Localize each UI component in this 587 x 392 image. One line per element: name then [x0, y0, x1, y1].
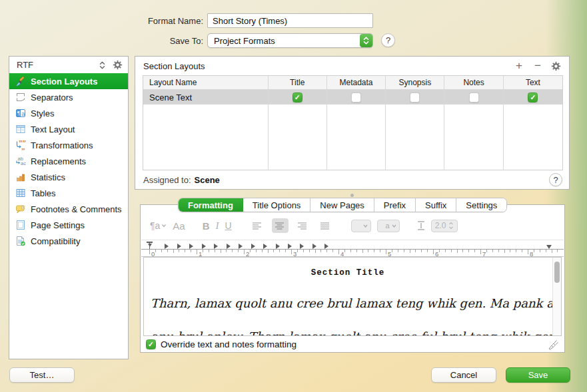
- tab-stop-marker[interactable]: [312, 244, 316, 249]
- ruler-tick: [457, 250, 458, 253]
- tab-settings[interactable]: Settings: [456, 198, 506, 212]
- quotes-transform-icon: ””„: [15, 140, 26, 150]
- sidebar-item-statistics[interactable]: Statistics: [9, 169, 128, 185]
- sidebar-item-separators[interactable]: Separators: [9, 89, 128, 105]
- layout-name-cell: Scene Text: [143, 90, 269, 104]
- preview-scrollbar[interactable]: [552, 258, 561, 335]
- align-justify-button[interactable]: [317, 218, 334, 233]
- ruler-tick: [528, 250, 528, 254]
- sidebar-item-text-layout[interactable]: Text Layout: [9, 121, 128, 137]
- ruler-tick: [492, 250, 493, 252]
- align-left-button[interactable]: [249, 218, 266, 233]
- section-layouts-title: Section Layouts: [143, 61, 514, 71]
- tab-stop-marker[interactable]: [239, 244, 243, 249]
- sidebar-item-replacements[interactable]: abac Replacements: [9, 153, 128, 169]
- ruler-tick: [392, 250, 392, 252]
- synopsis-checkbox[interactable]: ✓: [410, 93, 420, 102]
- align-center-button[interactable]: [272, 218, 289, 233]
- column-header-metadata[interactable]: Metadata: [327, 76, 386, 89]
- align-right-button[interactable]: [294, 218, 311, 233]
- sidebar-item-compatibility[interactable]: Compatibility: [9, 233, 128, 249]
- paragraph-style-icon: ¶a: [15, 108, 26, 118]
- ruler-tick: [486, 250, 487, 252]
- title-checkbox[interactable]: ✓: [293, 93, 302, 102]
- test-button[interactable]: Test…: [9, 367, 75, 383]
- ruler-tick: [546, 250, 546, 252]
- text-color-dropdown[interactable]: [351, 220, 371, 232]
- sidebar-item-footnotes-comments[interactable]: 1 Footnotes & Comments: [9, 201, 128, 217]
- metadata-checkbox[interactable]: ✓: [351, 93, 361, 102]
- italic-button[interactable]: I: [216, 220, 219, 232]
- sidebar-item-label: Text Layout: [31, 124, 75, 134]
- ruler-tick: [421, 250, 422, 252]
- tab-stop-marker[interactable]: [300, 244, 304, 249]
- tab-title-options[interactable]: Title Options: [243, 198, 311, 212]
- column-header-title[interactable]: Title: [269, 76, 327, 89]
- sidebar-item-section-layouts[interactable]: Section Layouts: [9, 73, 128, 89]
- tab-stop-marker[interactable]: [263, 244, 267, 249]
- tab-stop-marker[interactable]: [227, 244, 231, 249]
- tab-stop-marker[interactable]: [288, 244, 292, 249]
- tab-new-pages[interactable]: New Pages: [310, 198, 374, 212]
- font-size-dropdown[interactable]: a: [377, 220, 400, 232]
- ruler[interactable]: 012345678: [141, 240, 564, 257]
- assigned-help-button[interactable]: ?: [549, 173, 562, 186]
- ruler-tick: [297, 250, 298, 252]
- ruler-tick: [232, 250, 233, 252]
- notes-checkbox[interactable]: ✓: [469, 93, 479, 102]
- line-spacing-icon: [417, 221, 425, 230]
- formatting-preview[interactable]: Section Title Tharn, lamax quolt anu cre…: [143, 257, 562, 336]
- tab-stop-marker[interactable]: [276, 244, 280, 249]
- tab-stop-marker[interactable]: [324, 244, 328, 249]
- column-header-synopsis[interactable]: Synopsis: [386, 76, 444, 89]
- column-header-notes[interactable]: Notes: [444, 76, 503, 89]
- sidebar-item-styles[interactable]: ¶a Styles: [9, 105, 128, 121]
- tab-stop-marker[interactable]: [214, 244, 218, 249]
- ruler-tick: [221, 250, 221, 253]
- remove-layout-button[interactable]: −: [532, 61, 543, 71]
- bold-button[interactable]: B: [203, 220, 210, 232]
- tab-stop-marker[interactable]: [251, 244, 255, 249]
- brush-format-icon[interactable]: [548, 339, 559, 350]
- save-to-dropdown[interactable]: Project Formats: [207, 33, 373, 48]
- sidebar-item-transformations[interactable]: ””„ Transformations: [9, 137, 128, 153]
- tab-stop-marker[interactable]: [177, 244, 181, 249]
- ruler-tick: [161, 250, 162, 252]
- updown-stepper-icon[interactable]: [99, 61, 106, 70]
- column-header-text[interactable]: Text: [504, 76, 562, 89]
- panel-splitter-handle[interactable]: [350, 194, 354, 197]
- left-indent-marker[interactable]: [147, 242, 153, 249]
- line-spacing-stepper[interactable]: 2.0: [431, 220, 458, 232]
- font-button[interactable]: Aa: [173, 220, 185, 232]
- doc-check-icon: [15, 236, 26, 246]
- sidebar-item-label: Replacements: [31, 156, 86, 166]
- format-name-input[interactable]: [207, 13, 373, 28]
- tab-suffix[interactable]: Suffix: [416, 198, 456, 212]
- underline-button[interactable]: U: [225, 220, 232, 231]
- ruler-tick: [167, 250, 168, 252]
- cancel-button[interactable]: Cancel: [431, 367, 496, 383]
- sidebar-item-tables[interactable]: Tables: [9, 185, 128, 201]
- tab-prefix[interactable]: Prefix: [374, 198, 416, 212]
- text-checkbox[interactable]: ✓: [528, 93, 538, 102]
- preview-scrollbar-thumb[interactable]: [554, 262, 560, 283]
- format-type-selector[interactable]: RTF: [9, 57, 128, 73]
- save-button[interactable]: Save: [506, 367, 570, 383]
- ruler-tick: [309, 250, 310, 252]
- add-layout-button[interactable]: +: [514, 61, 524, 71]
- format-sidebar: RTF Section Layouts Separators ¶a Styles…: [9, 56, 129, 359]
- sidebar-gear-icon[interactable]: [113, 60, 123, 70]
- tab-stop-marker[interactable]: [202, 244, 206, 249]
- tab-stop-marker[interactable]: [165, 244, 169, 249]
- tab-stop-marker[interactable]: [189, 244, 193, 249]
- column-header-layout-name[interactable]: Layout Name: [143, 76, 269, 89]
- override-checkbox[interactable]: ✓: [146, 339, 156, 349]
- ruler-tick: [510, 250, 510, 252]
- save-to-help-button[interactable]: ?: [381, 33, 395, 47]
- paragraph-style-button[interactable]: ¶a: [150, 220, 167, 231]
- ruler-tick: [516, 250, 516, 252]
- table-row-scene-text[interactable]: Scene Text ✓ ✓ ✓ ✓ ✓: [143, 90, 562, 104]
- tab-formatting[interactable]: Formatting: [179, 198, 243, 212]
- layouts-gear-icon[interactable]: [551, 61, 561, 71]
- sidebar-item-page-settings[interactable]: Page Settings: [9, 217, 128, 233]
